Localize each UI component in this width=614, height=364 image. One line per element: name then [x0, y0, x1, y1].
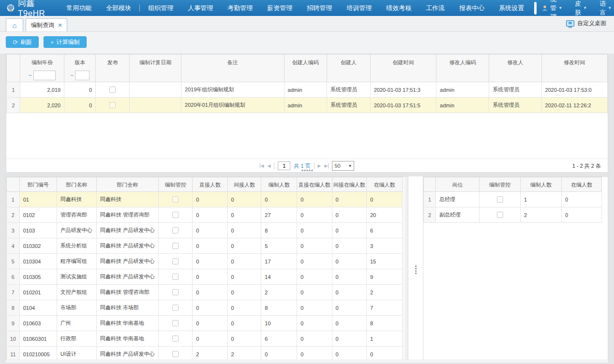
close-tab-icon[interactable]: ×: [58, 22, 62, 29]
last-page-button[interactable]: ▶: [325, 163, 329, 168]
onboard-count-cell: 7: [366, 300, 402, 316]
first-page-button[interactable]: ◀: [260, 163, 264, 168]
dept-row[interactable]: 9 010603 广州 同鑫科技 华南基地 0 0 10 0 0 8: [7, 316, 403, 331]
row-number-cell: 5: [7, 254, 20, 269]
quota-control-checkbox[interactable]: [497, 196, 503, 203]
nav-item-performance[interactable]: 绩效考核: [379, 0, 419, 16]
calculate-establishment-button[interactable]: + 计算编制: [44, 36, 87, 48]
home-tab[interactable]: ⌂: [6, 18, 23, 31]
post-row[interactable]: 1 总经理 1 0: [424, 192, 602, 207]
post-row[interactable]: 2 副总经理 2 0: [424, 207, 602, 223]
prev-page-button[interactable]: ◀: [267, 163, 270, 168]
dept-row[interactable]: 6 010305 测试实施组 同鑫科技 产品研发中心 0 0 14 0 0 9: [7, 269, 403, 285]
skin-menu[interactable]: 皮肤 ▼: [570, 0, 592, 17]
page-size-select[interactable]: 50 ▼: [332, 161, 354, 171]
top-navbar: 同鑫T9eHR 常用功能 全部模块 组织管理 人事管理 考勤管理 薪资管理 招聘…: [0, 0, 614, 16]
indirect-count-cell: 0: [227, 316, 261, 331]
indirect-onboard-cell: 0: [332, 331, 366, 347]
nav-item-workflow[interactable]: 工作流: [419, 0, 452, 16]
post-header-row: 岗位 编制管控 编制人数 在编人数: [424, 177, 602, 192]
version-filter-input[interactable]: [75, 71, 90, 80]
creator-cell: 系统管理员: [327, 82, 371, 98]
position-panel: 岗位 编制管控 编制人数 在编人数 1 总经理 1 0: [423, 176, 608, 363]
modifier-cell: 系统管理员: [489, 98, 541, 113]
quota-control-checkbox[interactable]: [172, 196, 179, 203]
dept-fullname-cell: 同鑫科技 管理咨询部: [96, 285, 158, 300]
year-filter-input[interactable]: [33, 71, 56, 80]
dept-row[interactable]: 10 01060301 行政部 同鑫科技 华南基地 0 0 6 0 0 1: [7, 331, 403, 347]
dept-table-scrollbar[interactable]: [403, 176, 408, 363]
col-onboard-count: 在编人数: [562, 177, 602, 192]
onboard-count-cell: 9: [366, 269, 402, 285]
nav-item-attendance[interactable]: 考勤管理: [220, 0, 260, 16]
direct-count-cell: 0: [193, 316, 227, 331]
vertical-splitter-grip[interactable]: [415, 265, 417, 274]
quota-control-checkbox[interactable]: [172, 227, 179, 233]
nav-item-recruit[interactable]: 招聘管理: [300, 0, 339, 16]
publish-checkbox[interactable]: [109, 102, 116, 108]
tab-bianzhi-query[interactable]: 编制查询 ×: [26, 18, 67, 31]
dept-row[interactable]: 4 010302 系统分析组 同鑫科技 产品研发中心 0 0 5 0 0 3: [7, 238, 403, 254]
modify-time-cell: 2020-02-11 12:26:2: [541, 98, 607, 113]
dept-row[interactable]: 3 0103 产品研发中心 同鑫科技 产品研发中心 0 0 8 0 0 6: [7, 223, 403, 238]
customize-desktop-button[interactable]: 自定义桌面: [566, 19, 606, 28]
modify-time-cell: 2020-01-03 17:53:0: [541, 82, 607, 98]
plan-row[interactable]: 2 2,020 0 2020年01月组织编制规划 admin 系统管理员 202…: [7, 98, 608, 113]
refresh-button[interactable]: ⟳ 刷新: [6, 36, 39, 48]
plan-row[interactable]: 1 2,019 0 2019年组织编制规划 admin 系统管理员 2020-0…: [7, 82, 608, 98]
desktop-icon: [566, 20, 574, 27]
skin-label: 皮肤: [575, 0, 581, 17]
quota-control-checkbox[interactable]: [172, 305, 179, 311]
quota-control-checkbox[interactable]: [172, 320, 179, 326]
nav-item-settings[interactable]: 系统设置: [492, 0, 531, 16]
row-number-cell: 10: [7, 331, 20, 347]
dept-row[interactable]: 5 010304 程序编写组 同鑫科技 产品研发中心 0 0 17 0 0 15: [7, 254, 403, 269]
nav-item-all-modules[interactable]: 全部模块: [99, 0, 138, 16]
panel-splitter[interactable]: [408, 176, 423, 363]
col-create-time: 创建时间: [370, 55, 436, 82]
nav-item-org[interactable]: 组织管理: [141, 0, 180, 16]
dept-row[interactable]: 2 0102 管理咨询部 同鑫科技 管理咨询部 0 0 27 0 0 20: [7, 207, 403, 223]
nav-item-salary[interactable]: 薪资管理: [260, 0, 300, 16]
indirect-onboard-cell: 0: [332, 316, 366, 331]
language-label: 语言: [599, 0, 606, 17]
dept-row[interactable]: 7 010201 文控产权组 同鑫科技 管理咨询部 0 0 2 0 0 2: [7, 285, 403, 300]
quota-count-cell: 10: [261, 316, 297, 331]
dept-row[interactable]: 1 01 同鑫科技 同鑫科技 0 0 0 0 0 0: [7, 192, 403, 207]
page-number-input[interactable]: [278, 161, 290, 170]
nav-item-hr[interactable]: 人事管理: [180, 0, 220, 16]
onboard-count-cell: 20: [366, 207, 402, 223]
quota-control-checkbox[interactable]: [172, 243, 179, 249]
calc-date-cell: [130, 98, 181, 113]
dept-row[interactable]: 8 0104 市场部 同鑫科技 市场部 0 0 8 0 0 7: [7, 300, 403, 316]
publish-checkbox[interactable]: [109, 87, 116, 93]
nav-divider: [139, 5, 140, 12]
quota-control-checkbox[interactable]: [172, 258, 179, 264]
indirect-count-cell: 0: [227, 192, 261, 207]
horizontal-splitter-grip[interactable]: [301, 170, 313, 171]
nav-item-training[interactable]: 培训管理: [339, 0, 379, 16]
nav-item-reports[interactable]: 报表中心: [452, 0, 492, 16]
refresh-icon: ⟳: [13, 39, 18, 45]
direct-count-cell: 0: [193, 285, 227, 300]
quota-control-cell: [479, 207, 521, 223]
indirect-onboard-cell: 0: [332, 207, 366, 223]
quota-control-checkbox[interactable]: [172, 274, 179, 280]
quota-control-checkbox[interactable]: [172, 335, 179, 342]
language-menu[interactable]: 语言 ▼: [595, 0, 614, 17]
quota-control-checkbox[interactable]: [497, 212, 503, 218]
indirect-count-cell: 0: [227, 300, 261, 316]
onboard-count-cell: 0: [562, 207, 602, 223]
onboard-count-cell: 1: [366, 331, 402, 347]
dept-name-cell: 产品研发中心: [57, 223, 96, 238]
bottom-scroll-strip[interactable]: [6, 360, 608, 363]
quota-control-checkbox[interactable]: [172, 289, 179, 295]
nav-item-common[interactable]: 常用功能: [59, 0, 99, 16]
quota-control-cell: [158, 254, 192, 269]
quota-control-checkbox[interactable]: [172, 351, 179, 357]
dept-name-cell: 程序编写组: [57, 254, 96, 269]
direct-count-cell: 0: [193, 254, 227, 269]
department-panel: 部门编号 部门名称 部门全称 编制管控 直接人数 间接人数 编制人数 直接在编人…: [6, 176, 403, 363]
next-page-button[interactable]: ▶: [318, 163, 321, 168]
quota-control-checkbox[interactable]: [172, 212, 179, 218]
